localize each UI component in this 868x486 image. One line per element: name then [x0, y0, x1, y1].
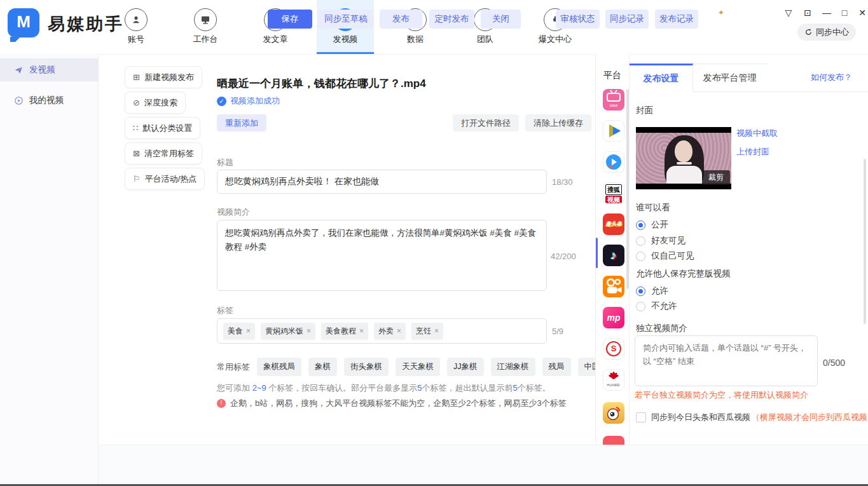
sidebar-item-post-video[interactable]: 发视频: [0, 58, 99, 81]
common-tag[interactable]: 天天象棋: [396, 358, 440, 376]
window-close-icon[interactable]: ✕: [855, 5, 868, 20]
radio-selected-icon[interactable]: [636, 287, 645, 296]
window-dropdown-icon[interactable]: ▽: [781, 5, 796, 20]
tab-publish-settings[interactable]: 发布设置: [630, 64, 693, 92]
common-tag[interactable]: 江湖象棋: [491, 358, 535, 376]
close-button[interactable]: 关闭: [481, 10, 521, 29]
platform-weibo-icon[interactable]: [603, 402, 624, 424]
remove-tag-icon[interactable]: ×: [397, 327, 401, 335]
clear-upload-cache-button[interactable]: 清除上传缓存: [525, 114, 591, 132]
platform-huawei-icon[interactable]: HUAWEI: [603, 369, 624, 391]
platform-tencent-video-icon[interactable]: [603, 120, 624, 142]
status-row: ✓ 视频添加成功: [217, 95, 280, 107]
visibility-option-public[interactable]: 公开: [636, 219, 668, 231]
title-input[interactable]: [217, 170, 547, 194]
footer-bar: [99, 445, 868, 484]
scheduled-publish-button[interactable]: 定时发布: [429, 10, 474, 29]
common-tags-label: 常用标签: [217, 361, 250, 373]
sync-to-draft-button[interactable]: 同步至草稿: [318, 10, 374, 29]
visibility-option-friends[interactable]: 好友可见: [636, 235, 685, 246]
remove-tag-icon[interactable]: ×: [307, 327, 311, 335]
tag-chip: 烹饪×: [411, 323, 443, 340]
tags-count: 5/9: [552, 327, 563, 336]
sync-center-button[interactable]: 同步中心: [797, 24, 856, 41]
cover-figure-top: [666, 166, 702, 184]
video-file-title: 晒最近一个月账单，钱都花在哪儿了？.mp4: [217, 76, 426, 91]
common-tag[interactable]: 象棋残局: [257, 358, 301, 376]
new-video-publish-button[interactable]: ⊞ 新建视频发布: [125, 66, 202, 88]
tags-field-label: 标签: [217, 305, 233, 316]
upload-cover-link[interactable]: 上传封面: [736, 146, 769, 158]
tag-chip: 黄焖鸡米饭×: [261, 323, 315, 340]
common-tag[interactable]: 象棋: [308, 358, 337, 376]
publish-button[interactable]: 发布: [380, 10, 422, 29]
window-maximize-icon[interactable]: □: [837, 5, 852, 20]
app-logo-icon: M: [8, 8, 39, 37]
title-char-count: 18/30: [552, 177, 573, 187]
default-category-button[interactable]: ∷ 默认分类设置: [125, 117, 200, 139]
save-button[interactable]: 保存: [268, 10, 312, 29]
desc-char-count: 42/200: [551, 252, 576, 261]
tags-input[interactable]: 美食× 黄焖鸡米饭× 美食教程× 外卖× 烹饪×: [217, 318, 547, 344]
sync-toutiao-row[interactable]: 同步到今日头条和西瓜视频 （横屏视频才会同步到西瓜视频）: [636, 412, 865, 423]
platform-mp-icon[interactable]: mp: [603, 307, 624, 328]
remove-tag-icon[interactable]: ×: [359, 327, 364, 335]
desc-textarea[interactable]: 想吃黄焖鸡别再点外卖了，我们在家也能做，方法很简单#黄焖鸡米饭 #美食 #美食教…: [217, 220, 547, 291]
window-minimize-icon[interactable]: —: [819, 5, 834, 20]
radio-icon[interactable]: [636, 236, 645, 246]
platform-partial-icon[interactable]: [603, 436, 624, 445]
check-icon: ✓: [217, 97, 226, 106]
tab-platform-management[interactable]: 发布平台管理: [693, 64, 766, 92]
allow-save-option-deny[interactable]: 不允许: [636, 300, 677, 312]
sidebar-item-my-videos[interactable]: 我的视频: [0, 89, 99, 112]
radio-icon[interactable]: [636, 302, 645, 311]
platform-s-icon[interactable]: S: [603, 338, 624, 360]
checkbox-icon[interactable]: [636, 412, 646, 422]
deep-search-button[interactable]: ⊘ 深度搜索: [125, 91, 186, 114]
common-tag[interactable]: 残局: [542, 358, 571, 376]
visibility-option-private[interactable]: 仅自己可见: [636, 250, 694, 262]
platform-haokan-video-icon[interactable]: [603, 151, 624, 173]
monitor-icon: [194, 8, 217, 31]
readd-video-button[interactable]: 重新添加: [217, 114, 266, 132]
circle-play-icon: [14, 96, 24, 105]
sync-records-button[interactable]: 同步记录: [605, 10, 649, 29]
paper-plane-icon: [14, 65, 24, 75]
window-feedback-icon[interactable]: ⊡: [800, 5, 815, 20]
clear-common-tags-button[interactable]: ⊠ 清空常用标签: [125, 142, 202, 165]
user-icon: [125, 8, 148, 31]
remove-tag-icon[interactable]: ×: [434, 327, 439, 335]
title-field-label: 标题: [217, 157, 233, 168]
platform-bilibili-icon[interactable]: bilibili: [603, 89, 624, 111]
publish-records-button[interactable]: 发布记录: [655, 10, 698, 29]
radio-selected-icon[interactable]: [636, 220, 645, 230]
capture-from-video-link[interactable]: 视频中截取: [736, 128, 778, 139]
review-status-button[interactable]: 审核状态: [556, 10, 600, 29]
cover-figure-necklace: [677, 162, 692, 165]
allow-save-option-allow[interactable]: 允许: [636, 285, 668, 297]
how-to-publish-link[interactable]: 如何发布？: [811, 72, 852, 83]
platform-column-label: 平台: [595, 70, 630, 81]
platform-selected-indicator: [596, 238, 598, 268]
nav-account[interactable]: 账号: [107, 0, 165, 54]
indep-desc-textarea[interactable]: [635, 335, 818, 386]
platform-scrollbar[interactable]: [626, 89, 629, 289]
platform-activity-icon: ⚐: [133, 174, 141, 184]
open-file-path-button[interactable]: 打开文件路径: [453, 114, 519, 132]
platform-douyin-icon[interactable]: ♪: [603, 245, 624, 266]
status-text: 视频添加成功: [230, 95, 280, 107]
right-panel-scrollbar[interactable]: [864, 159, 866, 324]
crop-badge[interactable]: 裁剪: [702, 170, 730, 185]
cover-thumbnail[interactable]: 裁剪: [636, 127, 731, 189]
platform-activity-button[interactable]: ⚐ 平台活动/热点: [125, 168, 205, 190]
platform-sohu-video-icon[interactable]: 搜狐 视频: [603, 182, 624, 204]
radio-icon[interactable]: [636, 252, 645, 261]
platform-qutoutiao-icon[interactable]: 趣头条: [603, 213, 624, 235]
common-tag[interactable]: JJ象棋: [447, 358, 484, 376]
common-tag[interactable]: 街头象棋: [344, 358, 389, 376]
nav-workbench[interactable]: 工作台: [177, 0, 234, 54]
new-video-icon: ⊞: [133, 72, 140, 82]
platform-kuaishou-icon[interactable]: [603, 276, 624, 297]
remove-tag-icon[interactable]: ×: [246, 327, 251, 335]
sidebar: 发视频 我的视频: [0, 54, 99, 486]
